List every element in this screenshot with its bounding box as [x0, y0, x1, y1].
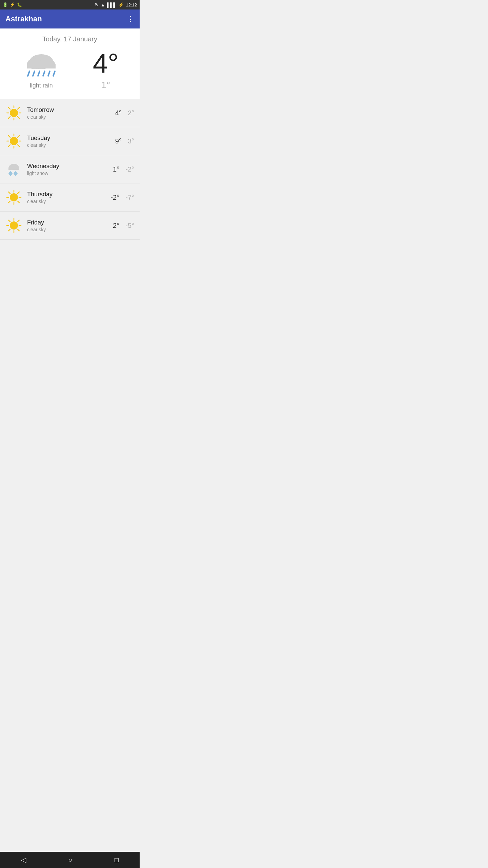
- svg-rect-31: [8, 168, 19, 170]
- refresh-icon: ↻: [95, 2, 99, 7]
- svg-line-8: [48, 71, 50, 76]
- svg-line-9: [53, 71, 55, 76]
- forecast-info: Friday clear sky: [27, 219, 113, 232]
- forecast-day: Friday: [27, 219, 113, 226]
- forecast-row[interactable]: Wednesday light snow 1° -2°: [0, 155, 140, 183]
- forecast-temps: -2° -7°: [110, 194, 134, 201]
- battery-icon: 🔋: [3, 2, 8, 7]
- app-title: Astrakhan: [5, 15, 42, 23]
- debug-icon: 🐛: [17, 2, 22, 7]
- forecast-icon-sun: [5, 189, 22, 206]
- forecast-high: 2°: [113, 222, 119, 230]
- today-temp-high: 4°: [93, 50, 119, 77]
- svg-line-55: [18, 229, 19, 231]
- svg-line-6: [38, 71, 40, 76]
- svg-line-46: [18, 201, 19, 203]
- svg-line-4: [28, 71, 29, 76]
- forecast-high: 4°: [115, 109, 122, 117]
- svg-line-24: [8, 136, 10, 137]
- forecast-high: -2°: [110, 194, 119, 201]
- today-temp-low: 1°: [101, 80, 110, 91]
- svg-line-26: [18, 136, 19, 137]
- today-icon-area: light rain: [21, 52, 62, 89]
- svg-line-27: [8, 145, 10, 146]
- forecast-icon-sun: [5, 104, 22, 121]
- forecast-condition: clear sky: [27, 114, 115, 120]
- forecast-condition: clear sky: [27, 227, 113, 232]
- usb-icon: ⚡: [10, 2, 15, 7]
- svg-point-19: [10, 137, 18, 145]
- forecast-temps: 9° 3°: [115, 137, 134, 145]
- forecast-temps: 2° -5°: [113, 222, 134, 230]
- forecast-list: Tomorrow clear sky 4° 2° Tuesd: [0, 99, 140, 240]
- today-condition: light rain: [30, 82, 53, 89]
- forecast-condition: light snow: [27, 171, 113, 176]
- svg-line-56: [18, 220, 19, 222]
- svg-line-45: [8, 192, 10, 194]
- today-section: Today, 17 January light rain 4° 1°: [0, 28, 140, 99]
- svg-line-18: [8, 117, 10, 118]
- today-main: light rain 4° 1°: [5, 50, 134, 91]
- forecast-row[interactable]: Tomorrow clear sky 4° 2°: [0, 99, 140, 127]
- svg-point-40: [10, 193, 18, 201]
- today-temp-area: 4° 1°: [93, 50, 119, 91]
- svg-line-15: [8, 107, 10, 109]
- forecast-day: Thursday: [27, 191, 110, 198]
- forecast-condition: clear sky: [27, 199, 110, 204]
- forecast-low: 2°: [128, 109, 134, 117]
- forecast-condition: clear sky: [27, 142, 115, 148]
- svg-line-25: [18, 145, 19, 146]
- forecast-info: Wednesday light snow: [27, 163, 113, 176]
- svg-line-16: [18, 117, 19, 118]
- forecast-day: Wednesday: [27, 163, 113, 170]
- forecast-info: Thursday clear sky: [27, 191, 110, 204]
- svg-line-5: [33, 71, 35, 76]
- forecast-day: Tomorrow: [27, 106, 115, 114]
- status-left-icons: 🔋 ⚡ 🐛: [3, 2, 22, 7]
- forecast-info: Tomorrow clear sky: [27, 106, 115, 120]
- svg-line-57: [8, 229, 10, 231]
- svg-rect-3: [27, 64, 56, 68]
- forecast-row[interactable]: Friday clear sky 2° -5°: [0, 212, 140, 240]
- time-display: 12:12: [126, 2, 137, 7]
- forecast-high: 1°: [113, 165, 119, 173]
- forecast-high: 9°: [115, 137, 122, 145]
- svg-line-17: [18, 107, 19, 109]
- status-right-icons: ↻ ▲ ▌▌▌ ⚡ 12:12: [95, 2, 137, 7]
- cloud-rain-icon: [21, 52, 62, 79]
- svg-line-47: [18, 192, 19, 194]
- forecast-low: 3°: [128, 137, 134, 145]
- wifi-icon: ▲: [101, 2, 105, 7]
- forecast-icon-snow: [5, 161, 22, 178]
- svg-line-7: [43, 71, 45, 76]
- forecast-day: Tuesday: [27, 135, 115, 142]
- more-menu-button[interactable]: ⋮: [127, 15, 134, 23]
- svg-line-48: [8, 201, 10, 203]
- forecast-row[interactable]: Thursday clear sky -2° -7°: [0, 183, 140, 212]
- signal-icon: ▌▌▌: [107, 2, 117, 7]
- svg-point-10: [10, 109, 18, 117]
- status-bar: 🔋 ⚡ 🐛 ↻ ▲ ▌▌▌ ⚡ 12:12: [0, 0, 140, 9]
- today-date: Today, 17 January: [5, 35, 134, 43]
- forecast-icon-sun: [5, 217, 22, 234]
- battery-charging-icon: ⚡: [118, 2, 124, 7]
- app-bar: Astrakhan ⋮: [0, 9, 140, 28]
- forecast-icon-sun: [5, 133, 22, 150]
- forecast-info: Tuesday clear sky: [27, 135, 115, 148]
- forecast-temps: 4° 2°: [115, 109, 134, 117]
- forecast-low: -5°: [125, 222, 134, 230]
- svg-line-54: [8, 220, 10, 222]
- forecast-row[interactable]: Tuesday clear sky 9° 3°: [0, 127, 140, 155]
- forecast-low: -2°: [125, 165, 134, 173]
- forecast-low: -7°: [125, 194, 134, 201]
- svg-point-49: [10, 221, 18, 230]
- forecast-temps: 1° -2°: [113, 165, 134, 173]
